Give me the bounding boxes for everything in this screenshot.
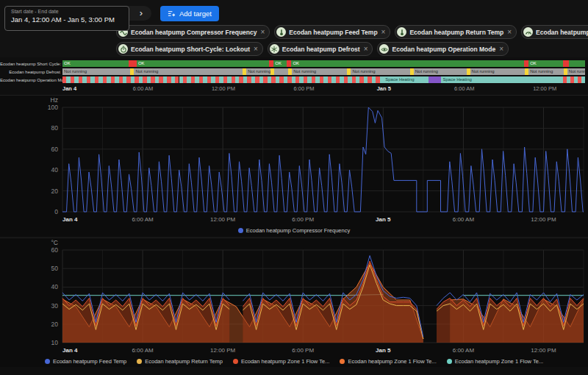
snowflake-icon (270, 44, 279, 54)
next-period-button[interactable]: › (134, 6, 148, 21)
timeline-segment[interactable] (429, 76, 442, 83)
target-chips-row-1: Ecodan heatpump Compressor Frequency×Eco… (116, 25, 585, 39)
timeline-axis-label: Jan 4 (62, 85, 76, 92)
timeline-segment[interactable]: Not running (292, 68, 347, 75)
timeline-segment[interactable]: Not running (246, 68, 270, 75)
timeline-segment[interactable] (129, 60, 137, 67)
x-axis-label: 6:00 AM (453, 347, 475, 354)
chip-label: Ecodan heatpump Compressor Frequency (131, 29, 257, 36)
chip-label: Ecodan heatpump Return Temp (409, 29, 503, 36)
chip-close-icon[interactable]: × (260, 28, 265, 36)
timeline-axis-label: 12:00 PM (533, 85, 556, 92)
frequency-chart-panel: 020406080100HzJan 46:00 AM12:00 PM6:00 P… (0, 95, 588, 236)
timeline-segment[interactable]: Not running (567, 68, 585, 75)
axis-unit-label: Hz (51, 96, 58, 104)
filter-chip[interactable]: Ecodan heatpump Return Temp× (395, 25, 517, 39)
history-explorer: Start date - End date Jan 4, 12:00 AM - … (0, 0, 588, 367)
axis-unit-label: °C (51, 239, 58, 246)
filter-chip[interactable]: Ecodan heatpump Feed Temp× (274, 25, 390, 39)
y-axis-label: 80 (51, 124, 59, 132)
filter-chip[interactable]: Ecodan heatpump Zone 1 Flow Temp× (521, 25, 588, 39)
timeline-segment[interactable]: OK (62, 60, 129, 67)
add-target-button[interactable]: Add target (160, 6, 219, 21)
timeline-axis-label: 12:00 PM (212, 85, 235, 92)
timeline-segment[interactable]: OK (291, 60, 523, 67)
filter-chip[interactable]: Ecodan heatpump Defrost× (268, 42, 373, 56)
chip-close-icon[interactable]: × (507, 28, 512, 36)
timeline-segment[interactable]: Not running (62, 68, 130, 75)
x-axis-label: Jan 5 (376, 216, 391, 223)
x-axis-label: 12:00 PM (531, 216, 556, 223)
x-axis-label: 12:00 PM (210, 216, 236, 223)
legend-item[interactable]: Ecodan heatpump Zone 1 Flow Te... (233, 358, 329, 365)
add-target-icon (168, 10, 176, 18)
timeline-segment[interactable]: Space Heating (441, 76, 563, 83)
state-timeline: Ecodan heatpump Short Cycle: L...OKOKOKO… (0, 60, 588, 83)
date-range-value: Jan 4, 12:00 AM - Jan 5, 3:00 PM (11, 15, 123, 24)
timeline-segment[interactable] (569, 60, 585, 67)
timeline-segment[interactable] (274, 68, 288, 75)
timeline-segment[interactable]: Not running (528, 68, 564, 75)
series-line (62, 107, 584, 212)
timeline-row-bar: OKOKOKOKOK (62, 60, 585, 67)
timeline-axis-label: 6:00 AM (133, 85, 154, 92)
timeline-segment[interactable]: OK (528, 60, 563, 67)
timeline-row-bar: Space HeatingSpace Heating (62, 76, 585, 83)
timeline-row-bar: Not runningNot runningNot runningNot run… (62, 68, 585, 75)
legend-label: Ecodan heatpump Return Temp (145, 358, 223, 365)
legend-dot-icon (233, 359, 238, 364)
chip-close-icon[interactable]: × (364, 45, 368, 53)
eye-icon (379, 44, 389, 54)
y-axis-label: 30 (51, 302, 59, 310)
timeline-segment[interactable]: Not running (134, 68, 243, 75)
chip-close-icon[interactable]: × (254, 45, 258, 53)
y-axis-label: 20 (51, 321, 59, 328)
target-chips-row-2: Ecodan heatpump Short-Cycle: Lockout×Eco… (116, 42, 585, 56)
timeline-segment[interactable]: Not running (470, 68, 526, 75)
timeline-segment[interactable] (563, 60, 569, 67)
y-axis-label: 50 (51, 265, 59, 272)
timeline-segment[interactable]: OK (273, 60, 287, 67)
legend-label: Ecodan heatpump Zone 1 Flow Te... (348, 358, 436, 365)
timeline-segment[interactable]: OK (137, 60, 269, 67)
date-range-label: Start date - End date (11, 9, 123, 14)
legend-item[interactable]: Ecodan heatpump Zone 1 Flow Te... (447, 358, 543, 365)
x-axis-label: 12:00 PM (531, 347, 556, 354)
temperatures-chart[interactable]: 102030405060°CJan 46:00 AM12:00 PM6:00 P… (0, 238, 588, 356)
header-bar: Start date - End date Jan 4, 12:00 AM - … (0, 0, 588, 57)
chip-close-icon[interactable]: × (381, 28, 386, 36)
x-axis-label: 6:00 AM (453, 216, 475, 223)
x-axis-label: 12:00 PM (210, 347, 236, 354)
legend-label: Ecodan heatpump Zone 1 Flow Te... (241, 358, 329, 365)
timeline-axis-label: Jan 5 (377, 85, 391, 92)
legend-item[interactable]: Ecodan heatpump Zone 1 Flow Te... (340, 358, 436, 365)
legend-dot-icon (45, 359, 50, 364)
legend-dot-icon (238, 228, 243, 233)
timeline-axis: Jan 46:00 AM12:00 PM6:00 PMJan 56:00 AM1… (62, 85, 585, 93)
timeline-axis-label: 6:00 PM (294, 85, 315, 92)
legend-label: Ecodan heatpump Feed Temp (53, 358, 126, 365)
filter-chip[interactable]: Ecodan heatpump Short-Cycle: Lockout× (116, 42, 263, 56)
compressor-frequency-chart[interactable]: 020406080100HzJan 46:00 AM12:00 PM6:00 P… (0, 96, 588, 225)
timeline-segment[interactable]: Not running (414, 68, 467, 75)
y-axis-label: 100 (48, 104, 58, 111)
timeline-segment[interactable]: Space Heating (384, 76, 428, 83)
timeline-segment[interactable]: Not running (351, 68, 409, 75)
legend-dot-icon (447, 359, 452, 364)
filter-chip[interactable]: Ecodan heatpump Operation Mode× (377, 42, 509, 56)
legend-item[interactable]: Ecodan heatpump Feed Temp (45, 358, 126, 365)
x-axis-label: Jan 5 (376, 347, 391, 354)
filter-chip[interactable]: Ecodan heatpump Compressor Frequency× (116, 25, 270, 39)
legend-item[interactable]: Ecodan heatpump Return Temp (137, 358, 223, 365)
thermometer-icon (276, 27, 286, 37)
frequency-chart-legend: Ecodan heatpump Compressor Frequency (0, 225, 588, 236)
x-axis-label: 6:00 PM (292, 216, 314, 223)
legend-item[interactable]: Ecodan heatpump Compressor Frequency (238, 227, 350, 234)
x-axis-label: Jan 4 (62, 347, 78, 354)
timeline-row-label: Ecodan heatpump Defrost (0, 70, 62, 74)
date-range-field[interactable]: Start date - End date Jan 4, 12:00 AM - … (4, 6, 129, 31)
chip-close-icon[interactable]: × (499, 45, 503, 53)
header-controls: ‹ › Add target Ecodan heatpump Compresso… (116, 4, 585, 56)
timeline-axis-label: 6:00 AM (454, 85, 475, 92)
timeline-segment[interactable] (581, 76, 585, 83)
